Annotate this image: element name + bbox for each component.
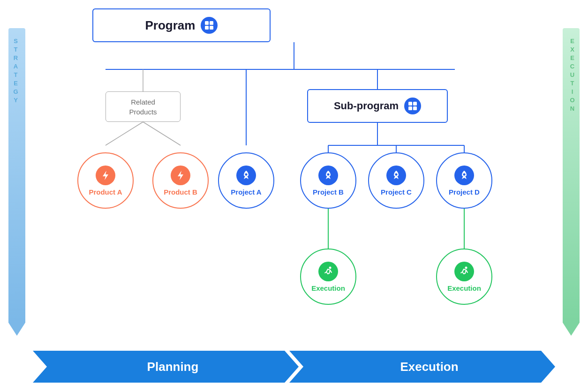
svg-rect-19: [413, 102, 417, 106]
svg-point-25: [327, 173, 330, 175]
subprogram-box[interactable]: Sub-program: [307, 89, 448, 123]
rocket-icon-a: [240, 169, 252, 181]
rocket-icon-c: [390, 169, 402, 181]
bolt-icon-a: [99, 169, 112, 181]
svg-point-26: [395, 173, 398, 175]
execution-d-node[interactable]: Execution: [436, 249, 492, 305]
project-a-label: Project A: [231, 188, 261, 196]
related-label: Related Products: [129, 97, 157, 117]
project-c-node[interactable]: Project C: [368, 152, 424, 209]
project-d-icon: [454, 166, 474, 185]
run-icon-d: [458, 265, 470, 278]
svg-line-4: [143, 122, 181, 145]
product-b-node[interactable]: Product B: [152, 152, 209, 209]
grid-icon: [204, 20, 214, 30]
execution-right-label: EXECUTION: [569, 38, 576, 113]
rocket-icon-b: [322, 169, 334, 181]
project-c-label: Project C: [381, 188, 412, 196]
program-label: Program: [145, 18, 196, 33]
product-a-node[interactable]: Product A: [77, 152, 134, 209]
related-products-box: Related Products: [106, 91, 181, 122]
svg-point-28: [329, 266, 332, 269]
project-d-label: Project D: [449, 188, 480, 196]
execution-bottom-label: Execution: [400, 360, 458, 374]
run-icon-b: [322, 265, 334, 278]
strategy-label: STRATEGY: [12, 38, 19, 105]
product-a-label: Product A: [89, 188, 122, 196]
rocket-icon-d: [458, 169, 470, 181]
svg-marker-23: [178, 171, 183, 180]
strategy-arrow-head: [8, 323, 25, 336]
bottom-arrows: Planning Execution: [33, 341, 555, 392]
planning-label: Planning: [147, 360, 199, 374]
bolt-icon-b: [174, 169, 187, 181]
planning-arrow: Planning: [33, 351, 299, 383]
product-a-icon: [96, 166, 115, 185]
product-b-label: Product B: [164, 188, 197, 196]
program-icon: [201, 17, 218, 34]
project-d-node[interactable]: Project D: [436, 152, 492, 209]
svg-rect-20: [408, 106, 412, 110]
diagram-area: Program Related Products Sub-program: [33, 0, 555, 336]
svg-rect-17: [210, 26, 213, 30]
project-b-icon: [318, 166, 338, 185]
svg-rect-16: [205, 26, 209, 30]
subprogram-grid-icon: [407, 101, 418, 111]
svg-point-27: [463, 173, 466, 175]
execution-b-label: Execution: [311, 284, 345, 292]
svg-marker-22: [103, 171, 108, 180]
svg-rect-18: [408, 102, 412, 106]
product-b-icon: [171, 166, 190, 185]
project-c-icon: [386, 166, 406, 185]
svg-rect-14: [205, 21, 209, 25]
subprogram-icon: [404, 98, 421, 114]
svg-rect-21: [413, 106, 417, 110]
project-b-node[interactable]: Project B: [300, 152, 356, 209]
project-a-node[interactable]: Project A: [218, 152, 274, 209]
subprogram-label: Sub-program: [334, 100, 399, 112]
project-a-icon: [236, 166, 256, 185]
execution-arrow-bottom: Execution: [289, 351, 555, 383]
svg-point-24: [245, 173, 248, 175]
svg-line-3: [106, 122, 143, 145]
execution-b-node[interactable]: Execution: [300, 249, 356, 305]
execution-b-icon: [318, 262, 338, 281]
program-box[interactable]: Program: [92, 8, 271, 42]
svg-point-29: [465, 266, 467, 269]
execution-right-arrow-head: [563, 323, 580, 336]
execution-d-icon: [454, 262, 474, 281]
execution-d-label: Execution: [447, 284, 481, 292]
svg-rect-15: [210, 21, 213, 25]
project-b-label: Project B: [313, 188, 344, 196]
